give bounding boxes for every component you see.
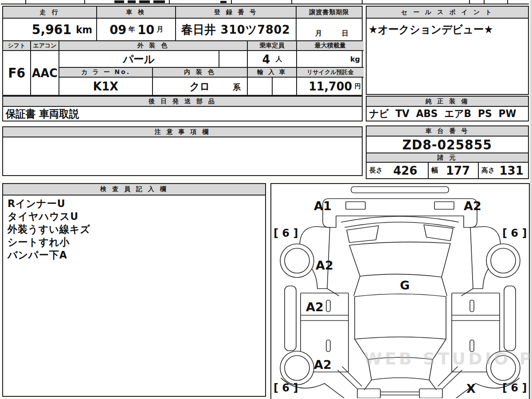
later-parts-header: 後 日 発 送 部 品 <box>3 97 362 107</box>
interior-color-suffix: 系 <box>233 82 241 93</box>
diagram-grade-label: A2 <box>464 199 481 213</box>
registration-value: 春日井 310ツ7802 <box>181 22 290 38</box>
sales-point-body: ★オークションデビュー★ <box>367 19 528 94</box>
registration-header: 登 録 番 号 <box>176 7 297 19</box>
exterior-color-value-cell: パール <box>59 51 219 68</box>
diagram-grade-label: X <box>466 382 476 395</box>
aircon-value: AAC <box>32 66 58 80</box>
inspector-note-line: シートすれ小 <box>8 236 255 249</box>
shift-value: F6 <box>8 65 25 81</box>
chassis-header: 車 台 番 号 <box>367 126 528 137</box>
clipped-row-divider <box>25 0 26 4</box>
clipped-text-fragment <box>153 0 165 3</box>
interior-color-header: 内 装 色 <box>153 68 248 78</box>
equipment-header: 純 正 装 備 <box>367 97 528 107</box>
car-diagram-box: A1A2[ 6 ][ 6 ]A2GA2A2X[ 6 ][ 6 ] WEB STU… <box>270 183 530 399</box>
dimension-value: 426 <box>383 164 428 177</box>
inspection-value-cell: 09 年 10 月 <box>97 19 176 40</box>
aircon-header: エアコン <box>31 41 59 51</box>
import-car-sub-cell-1 <box>248 78 273 95</box>
clipped-row-divider <box>484 0 485 4</box>
dimensions-row: 長さ426幅177高さ131 <box>367 163 528 178</box>
chassis-value: ZD8-025855 <box>403 137 492 153</box>
vehicle-main-table-mid: シフト エアコン 外 装 色 乗車定員 最大積載量 F6 AAC パール 4 人… <box>2 40 363 96</box>
clipped-text-fragment <box>128 0 136 3</box>
registration-value-cell: 春日井 310ツ7802 <box>176 19 297 40</box>
recycle-deposit-unit: 円 <box>355 82 361 90</box>
recycle-deposit-value: 11,700 <box>309 79 352 93</box>
dimension-cell: 高さ131 <box>479 163 528 178</box>
later-parts-value-cell: 保証書 車両取説 <box>3 107 362 121</box>
dimension-label: 長さ <box>367 166 383 175</box>
exterior-color-header: 外 装 色 <box>59 41 248 51</box>
max-load-value-cell: kg <box>297 51 364 68</box>
clipped-row-bottom-border <box>1 4 529 4</box>
dimension-cell: 幅177 <box>429 163 479 178</box>
diagram-grade-label: [ 6 ] <box>274 227 298 239</box>
diagram-grade-label: A2 <box>316 258 333 272</box>
diagram-grade-label: [ 6 ] <box>502 227 527 239</box>
mileage-header: 走 行 <box>3 7 97 19</box>
color-no-value: K1X <box>93 79 118 93</box>
dimension-cell: 長さ426 <box>367 163 429 178</box>
auction-sheet-page: { "vehicle_table": { "mileage": {"header… <box>0 0 532 399</box>
clipped-text-fragment <box>139 0 150 3</box>
capacity-value: 4 <box>262 52 270 66</box>
dimensions-header: 諸 元 <box>367 153 528 163</box>
dimension-label: 幅 <box>429 166 438 175</box>
watermark: WEB STUDIO PRO <box>364 349 532 368</box>
inspector-note-line: タイヤハウスU <box>8 210 255 223</box>
clipped-row-divider <box>231 0 232 4</box>
clipped-row-divider <box>507 0 508 4</box>
clipped-row-divider <box>362 0 363 4</box>
diagram-grade-label: A2 <box>306 300 324 314</box>
dimension-value: 131 <box>495 164 528 177</box>
clipped-text-fragment <box>220 1 227 3</box>
color-no-header: カ ラ ー No. <box>59 68 153 78</box>
diagram-grade-label: A2 <box>314 358 332 372</box>
dimension-label: 高さ <box>479 166 495 175</box>
inspector-note-line: 外装うすい線キズ <box>8 223 255 236</box>
transfer-month-label: 月 <box>315 29 322 38</box>
inspector-notes-body: RインナーUタイヤハウスU外装うすい線キズシートすれ小バンパー下A <box>3 196 265 396</box>
transfer-day-label: 日 <box>342 29 348 38</box>
equipment-box: 純 正 装 備 ナビ TV ABS エアB PS PW <box>366 96 529 121</box>
sales-point-header: セ ー ル ス ポ イ ン ト <box>367 7 528 19</box>
clipped-text-fragment <box>114 0 124 3</box>
caution-notes-box: 注 意 事 項 欄 <box>2 126 363 176</box>
scan-edge-right <box>530 0 532 399</box>
recycle-deposit-value-cell: 11,700 円 <box>297 78 364 95</box>
import-car-header: 輸 入 車 <box>248 68 297 78</box>
sales-point-box: セ ー ル ス ポ イ ン ト ★オークションデビュー★ <box>366 6 529 95</box>
exterior-color-sub-cell <box>219 51 248 68</box>
caution-notes-body <box>3 137 362 175</box>
inspection-year: 09 <box>110 22 126 37</box>
caution-notes-header: 注 意 事 項 欄 <box>3 127 362 137</box>
later-parts-value: 保証書 車両取説 <box>3 107 79 121</box>
color-no-value-cell: K1X <box>59 78 153 95</box>
clipped-row-divider <box>169 0 170 4</box>
shift-header: シフト <box>3 41 31 51</box>
mileage-unit: km <box>76 24 92 35</box>
inspection-month-unit: 月 <box>156 25 163 34</box>
clipped-row-divider <box>84 0 85 4</box>
exterior-color-value: パール <box>123 52 155 66</box>
interior-color-value: クロ <box>190 79 210 94</box>
transfer-docs-header: 譲渡書類期限 <box>297 7 362 19</box>
inspection-month: 10 <box>137 22 154 37</box>
recycle-deposit-header: リサイクル預託金 <box>297 68 364 78</box>
later-parts-box: 後 日 発 送 部 品 保証書 車両取説 <box>2 96 363 121</box>
diagram-grade-label: [ 6 ] <box>274 382 298 394</box>
capacity-header: 乗車定員 <box>248 41 297 51</box>
inspection-year-unit: 年 <box>129 25 135 34</box>
inspector-notes-box: 検 査 員 記 入 欄 RインナーUタイヤハウスU外装うすい線キズシートすれ小バ… <box>2 183 266 397</box>
inspector-note-line: RインナーU <box>8 197 255 210</box>
inspector-notes-header: 検 査 員 記 入 欄 <box>3 184 265 196</box>
capacity-value-cell: 4 人 <box>248 51 297 68</box>
sales-point-value: ★オークションデビュー★ <box>368 22 493 37</box>
chassis-value-cell: ZD8-025855 <box>367 137 528 153</box>
equipment-value-cell: ナビ TV ABS エアB PS PW <box>367 107 528 121</box>
clipped-top-row <box>0 0 532 5</box>
clipped-row-divider <box>469 0 470 4</box>
max-load-header: 最大積載量 <box>297 41 364 51</box>
